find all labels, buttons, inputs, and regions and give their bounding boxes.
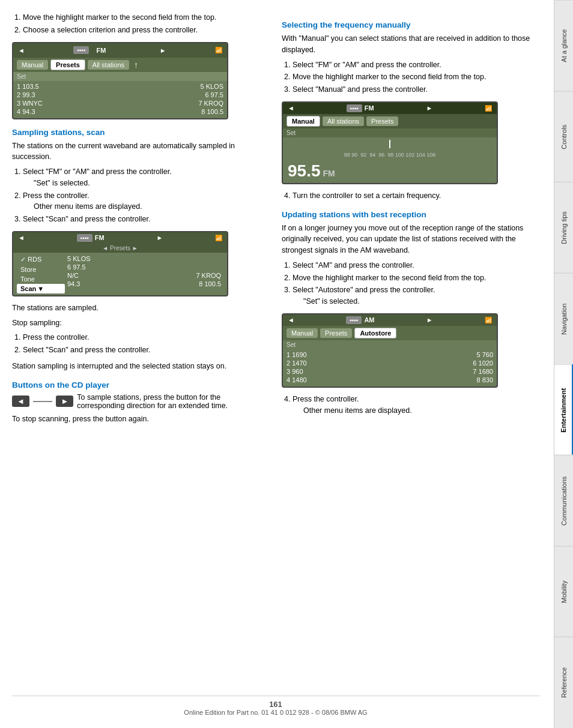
ms-mode: FM xyxy=(365,104,374,112)
sampling-step-1: Select "FM" or "AM" and press the contro… xyxy=(23,166,270,189)
sampling-title: Sampling stations, scan xyxy=(12,128,270,137)
am-screen: ◄ ▪▪▪▪ AM ► 📶 Manual Presets Autostore S… xyxy=(282,313,498,388)
sidebar-tab-communications[interactable]: Communications xyxy=(554,455,573,546)
am-tab-presets: Presets xyxy=(320,328,352,338)
page-number: 161 xyxy=(269,700,282,709)
cd-stop-text: To stop scanning, press the button again… xyxy=(12,414,270,425)
sidebar-tab-navigation[interactable]: Navigation xyxy=(554,273,573,364)
updating-step-1: Select "AM" and press the controller. xyxy=(293,260,539,271)
ss-arrow-left: ◄ xyxy=(18,234,25,241)
rs1-signal: 📶 xyxy=(215,47,222,53)
left-column: Move the highlight marker to the second … xyxy=(12,12,270,686)
rs1-arrow-right: ► xyxy=(160,47,166,54)
am-station-3: 3 9607 1680 xyxy=(286,367,493,376)
sampling-step-3: Select "Scan" and press the controller. xyxy=(23,214,270,225)
sampling-p: The stations on the current waveband are… xyxy=(12,140,270,163)
ms-tab-manual: Manual xyxy=(286,116,320,127)
cd-title: Buttons on the CD player xyxy=(12,381,270,390)
ms-scale: 88 90 92 94 96 98 100 102 104 106 xyxy=(283,151,497,159)
updating-p: If on a longer journey you move out of t… xyxy=(282,223,539,256)
cd-btn-left[interactable]: ◄ xyxy=(12,396,29,407)
cd-buttons-row: ◄ ► To sample stations, press the button… xyxy=(12,393,270,410)
after-scan-1: The stations are sampled. xyxy=(12,302,270,314)
ms-arrow-right: ► xyxy=(426,104,432,112)
ss-station-4: 94.38 100.5 xyxy=(65,280,223,288)
intro-step-2: Choose a selection criterion and press t… xyxy=(23,25,270,36)
ss-store: Store xyxy=(17,265,65,274)
ss-station-1: 5 KLOS xyxy=(65,254,223,263)
sidebar-tab-mobility[interactable]: Mobility xyxy=(554,546,573,637)
ms-freq-value: 95.5 xyxy=(288,161,321,181)
ss-scan: Scan ▼ xyxy=(17,284,65,293)
cd-btn-line xyxy=(33,401,53,402)
ss-presets-label: ◄ Presets ► xyxy=(13,244,227,253)
updating-step-3-sub: "Set" is selected. xyxy=(303,297,360,305)
ms-freq-unit: FM xyxy=(323,169,335,178)
sidebar: At a glance Controls Driving tips Naviga… xyxy=(554,0,573,728)
updating-title: Updating stations with best reception xyxy=(282,210,539,219)
rs1-tab-presets: Presets xyxy=(50,59,85,70)
selecting-p: With "Manual" you can select stations th… xyxy=(282,33,539,56)
ss-tone: Tone xyxy=(17,274,65,284)
am-step-4: Press the controller. Other menu items a… xyxy=(293,394,539,417)
manual-screen: ◄ ▪▪▪▪ FM ► 📶 Manual All stations Preset… xyxy=(282,101,498,184)
sidebar-tab-at-a-glance[interactable]: At a glance xyxy=(554,0,573,91)
ms-arrow-left: ◄ xyxy=(288,104,294,112)
stop-step-1: Press the controller. xyxy=(23,332,270,343)
ms-set-label: Set xyxy=(283,128,497,137)
rs1-station-row-3: 3 WNYC7 KROQ xyxy=(17,99,223,107)
selecting-step-1: Select "FM" or "AM" and press the contro… xyxy=(293,59,539,71)
ss-signal: 📶 xyxy=(215,235,222,241)
sidebar-tab-driving-tips[interactable]: Driving tips xyxy=(554,182,573,273)
fm-presets-screen: ◄ ▪▪▪▪ FM ► 📶 Manual Presets All station… xyxy=(12,42,228,119)
ss-mode: FM xyxy=(95,234,105,241)
cd-btn-right[interactable]: ► xyxy=(56,396,73,407)
sampling-step-2-sub: Other menu items are displayed. xyxy=(34,202,142,211)
ms-cursor xyxy=(389,140,390,148)
am-arrow-right: ► xyxy=(426,316,433,323)
footer-text: Online Edition for Part no. 01 41 0 012 … xyxy=(184,709,367,716)
ms-frequency: 95.5 FM xyxy=(283,159,497,183)
rs1-tab-manual: Manual xyxy=(17,60,48,70)
rs1-mode: FM xyxy=(91,45,111,56)
updating-step-3: Select "Autostore" and press the control… xyxy=(293,284,539,307)
ss-station-3: N/C7 KROQ xyxy=(65,271,223,280)
sampling-step-2: Press the controller. Other menu items a… xyxy=(23,190,270,213)
after-scan-2: Stop sampling: xyxy=(12,317,270,329)
selecting-title: Selecting the frequency manually xyxy=(282,20,539,29)
rs1-station-row-1: 1 103.55 KLOS xyxy=(17,82,223,91)
am-station-2: 2 14706 1020 xyxy=(286,359,493,367)
am-step-4-sub: Other menu items are displayed. xyxy=(303,406,412,415)
cd-desc-text: To sample stations, press the button for… xyxy=(77,393,270,410)
rs1-set-label: Set xyxy=(13,72,227,81)
am-signal: 📶 xyxy=(485,317,492,323)
am-station-1: 1 16905 760 xyxy=(286,350,493,359)
ms-tab-allstations: All stations xyxy=(323,116,364,126)
footer: 161 Online Edition for Part no. 01 41 0 … xyxy=(12,696,539,716)
stop-step-2: Select "Scan" and press the controller. xyxy=(23,344,270,356)
am-mode: AM xyxy=(364,316,374,323)
selecting-step-2: Move the highlight marker to the second … xyxy=(293,71,539,83)
sampling-step-1-sub: "Set" is selected. xyxy=(34,179,90,187)
sidebar-tab-controls[interactable]: Controls xyxy=(554,91,573,182)
rs1-arrow-left: ◄ xyxy=(18,47,25,54)
ms-tab-presets: Presets xyxy=(366,116,398,126)
scan-screen: ◄ ▪▪▪▪ FM ► 📶 ◄ Presets ► ✓ RDS Store To… xyxy=(12,231,228,296)
selecting-step-4: Turn the controller to set a certain fre… xyxy=(293,190,539,202)
selecting-step-3: Select "Manual" and press the controller… xyxy=(293,84,539,95)
updating-step-2: Move the highlight marker to the second … xyxy=(293,272,539,284)
right-column: Selecting the frequency manually With "M… xyxy=(282,12,539,686)
ss-arrow-right: ► xyxy=(156,234,163,241)
ms-signal: 📶 xyxy=(485,105,492,112)
rs1-tab-allstations: All stations xyxy=(88,60,129,70)
sidebar-tab-reference[interactable]: Reference xyxy=(554,637,573,728)
sidebar-tab-entertainment[interactable]: Entertainment xyxy=(554,364,573,456)
rs1-arrow-indicator: ↑ xyxy=(134,60,138,70)
ms-cursor-area xyxy=(283,137,497,151)
am-tab-manual: Manual xyxy=(286,328,318,338)
am-set-label: Set xyxy=(283,340,497,349)
ss-station-2: 6 97.5 xyxy=(65,263,223,271)
intro-step-1: Move the highlight marker to the second … xyxy=(23,12,270,23)
rs1-station-row-2: 2 99.36 97.5 xyxy=(17,91,223,99)
rs1-station-row-4: 4 94.38 100.5 xyxy=(17,107,223,116)
